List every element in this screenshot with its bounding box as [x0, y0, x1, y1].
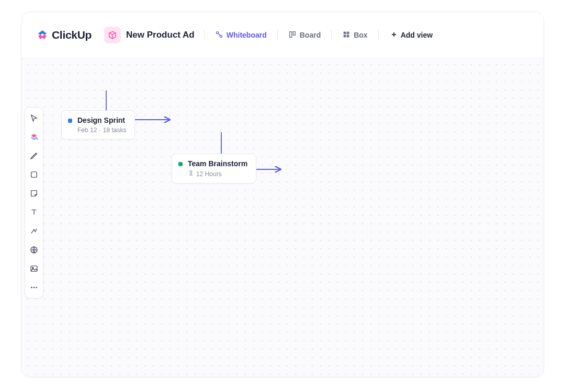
card-design-sprint[interactable]: Design Sprint Feb 12 · 18 tasks [61, 110, 135, 140]
cube-icon [104, 27, 121, 43]
svg-rect-10 [31, 266, 37, 272]
sticky-note-icon[interactable] [28, 187, 40, 200]
connector-icon[interactable] [28, 225, 40, 237]
whiteboard-canvas[interactable]: Design Sprint Feb 12 · 18 tasks Team Bra… [21, 58, 544, 377]
whiteboard-icon [215, 30, 223, 40]
tab-board[interactable]: Board [287, 28, 322, 42]
separator [204, 29, 205, 41]
svg-rect-8 [31, 172, 37, 178]
separator [277, 29, 278, 41]
workspace-chip[interactable]: New Product Ad [104, 27, 195, 43]
whiteboard-toolbar [25, 107, 43, 298]
header: ClickUp New Product Ad Whiteboard Board [21, 12, 544, 58]
svg-rect-3 [293, 31, 295, 35]
svg-rect-4 [344, 31, 346, 34]
add-view-label: Add view [401, 31, 433, 39]
card-body: Design Sprint Feb 12 · 18 tasks [77, 116, 126, 134]
card-tasks: 18 tasks [103, 126, 127, 134]
card-body: Team Brainstorm 12 Hours [188, 159, 247, 178]
shape-icon[interactable] [28, 168, 40, 181]
workspace-title: New Product Ad [126, 30, 195, 40]
web-icon[interactable] [28, 244, 40, 256]
connector-lines [21, 59, 544, 377]
text-icon[interactable] [28, 206, 40, 218]
card-date: Feb 12 [77, 126, 97, 134]
tab-whiteboard[interactable]: Whiteboard [214, 28, 268, 42]
color-swatch-icon [178, 162, 183, 166]
tab-label: Box [354, 31, 367, 39]
svg-point-12 [31, 287, 32, 289]
svg-rect-5 [347, 31, 349, 34]
color-swatch-icon [68, 119, 72, 123]
clickup-plus-icon[interactable] [28, 131, 40, 143]
svg-point-14 [36, 287, 37, 289]
card-meta: Feb 12 · 18 tasks [77, 126, 126, 134]
pencil-icon[interactable] [28, 149, 40, 162]
add-view-button[interactable]: Add view [390, 31, 433, 40]
svg-rect-6 [344, 34, 346, 37]
card-team-brainstorm[interactable]: Team Brainstorm 12 Hours [172, 154, 256, 183]
clickup-logo-icon [36, 29, 49, 41]
separator [378, 29, 379, 41]
plus-icon [390, 31, 398, 40]
brand-logo[interactable]: ClickUp [36, 29, 92, 41]
separator [331, 29, 332, 41]
app-window: ClickUp New Product Ad Whiteboard Board [21, 11, 544, 377]
tab-label: Board [300, 31, 321, 39]
brand-name: ClickUp [52, 29, 92, 41]
tab-label: Whiteboard [227, 31, 267, 39]
pointer-icon[interactable] [28, 112, 40, 124]
more-icon[interactable] [28, 281, 40, 294]
card-hours: 12 Hours [196, 170, 222, 178]
box-icon [342, 30, 351, 40]
svg-rect-2 [289, 31, 291, 37]
tab-box[interactable]: Box [341, 28, 368, 42]
board-icon [288, 30, 297, 40]
dot-separator: · [99, 126, 100, 134]
card-meta: 12 Hours [188, 170, 247, 178]
svg-point-13 [33, 287, 35, 289]
card-title: Design Sprint [77, 116, 126, 124]
svg-rect-7 [347, 34, 349, 37]
hourglass-icon [188, 170, 194, 178]
image-icon[interactable] [28, 262, 40, 275]
card-title: Team Brainstorm [188, 159, 247, 168]
